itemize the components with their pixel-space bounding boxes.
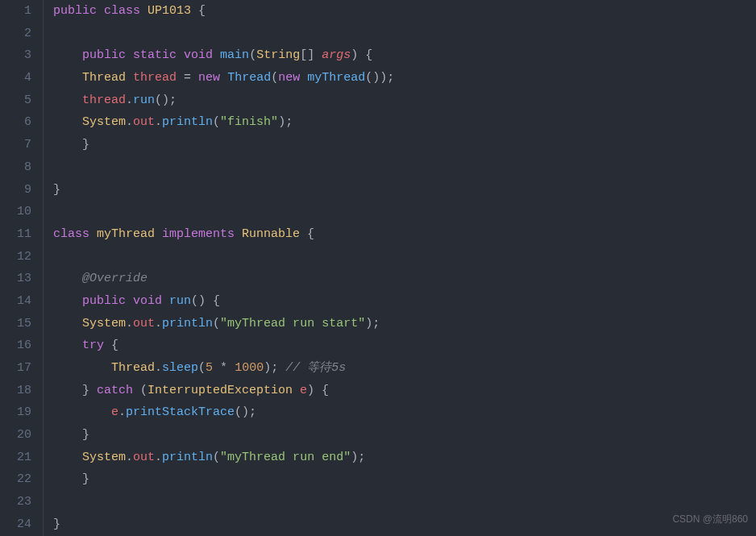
code-token: } <box>53 183 60 197</box>
code-token <box>97 4 104 18</box>
code-token: . <box>155 451 162 464</box>
code-token: println <box>162 317 213 330</box>
code-line[interactable] <box>53 23 394 45</box>
code-line[interactable]: try { <box>53 334 394 357</box>
code-token: ); <box>365 317 380 330</box>
code-token <box>53 71 82 85</box>
code-token <box>227 361 235 375</box>
code-line[interactable]: } <box>53 134 394 156</box>
line-number: 13 <box>6 268 31 290</box>
code-token: } <box>53 138 89 152</box>
line-number: 7 <box>6 134 31 156</box>
code-token: "myThread run end" <box>220 451 351 464</box>
code-line[interactable]: class myThread implements Runnable { <box>53 223 394 246</box>
code-token: . <box>126 317 133 330</box>
code-token: public <box>82 294 126 308</box>
code-token: sleep <box>162 361 198 375</box>
code-token <box>177 71 184 85</box>
code-token: . <box>126 451 133 464</box>
code-token: UP1013 <box>147 4 191 18</box>
code-token <box>140 4 147 18</box>
code-token: . <box>118 405 126 419</box>
line-number: 4 <box>6 67 31 89</box>
code-token: (); <box>155 93 177 107</box>
code-token: System <box>82 451 126 464</box>
code-token: thread <box>82 93 126 107</box>
line-number: 23 <box>6 491 31 513</box>
code-line[interactable]: } <box>53 513 394 536</box>
code-token: Runnable <box>242 227 300 241</box>
code-line[interactable]: } <box>53 179 394 202</box>
code-token: ( <box>249 48 256 62</box>
code-line[interactable]: @Override <box>53 268 394 290</box>
code-token <box>177 48 184 62</box>
code-line[interactable]: } <box>53 424 394 447</box>
line-number: 12 <box>6 246 31 268</box>
code-token <box>126 294 133 308</box>
code-token: (); <box>235 405 256 419</box>
code-token: } <box>53 472 89 486</box>
code-token: ( <box>198 361 206 375</box>
line-number: 6 <box>6 111 31 134</box>
code-line[interactable]: public static void main(String[] args) { <box>53 44 394 67</box>
code-token: // 等待5s <box>285 361 346 375</box>
line-number: 3 <box>6 44 31 67</box>
code-token <box>53 272 82 285</box>
code-token: new <box>278 71 300 85</box>
watermark-text: CSDN @流明860 <box>672 509 748 531</box>
code-token: e <box>300 384 307 397</box>
code-token <box>213 48 220 62</box>
code-line[interactable] <box>53 491 394 513</box>
code-token: void <box>133 294 162 308</box>
code-line[interactable]: System.out.println("finish"); <box>53 111 394 134</box>
line-number: 10 <box>6 201 31 223</box>
code-token <box>126 71 133 85</box>
code-token <box>53 294 82 308</box>
line-number: 21 <box>6 447 31 469</box>
code-line[interactable] <box>53 156 394 179</box>
code-token <box>213 361 220 375</box>
code-line[interactable] <box>53 246 394 268</box>
code-token: InterruptedException <box>147 384 293 397</box>
code-token: ) { <box>351 48 372 62</box>
code-area[interactable]: public class UP1013 { public static void… <box>44 0 394 536</box>
code-line[interactable]: } catch (InterruptedException e) { <box>53 380 394 402</box>
code-line[interactable]: Thread thread = new Thread(new myThread(… <box>53 67 394 89</box>
code-line[interactable] <box>53 201 394 223</box>
code-line[interactable]: System.out.println("myThread run end"); <box>53 447 394 469</box>
line-number: 14 <box>6 290 31 313</box>
code-token: class <box>104 4 140 18</box>
code-token: "finish" <box>220 115 278 129</box>
code-token: 5 <box>206 361 213 375</box>
code-token <box>53 115 82 129</box>
code-token: out <box>133 451 155 464</box>
code-line[interactable]: e.printStackTrace(); <box>53 401 394 424</box>
code-token: ( <box>213 451 220 464</box>
code-token: thread <box>133 71 177 85</box>
line-number: 2 <box>6 23 31 45</box>
code-token: } <box>53 517 60 531</box>
code-token: Thread <box>82 71 126 85</box>
code-line[interactable]: } <box>53 468 394 491</box>
line-number-gutter: 123456789101112131415161718192021222324 <box>0 0 44 536</box>
code-line[interactable]: public class UP1013 { <box>53 0 394 23</box>
code-token <box>53 361 111 375</box>
code-token: ); <box>351 451 365 464</box>
code-token: myThread <box>307 71 365 85</box>
code-line[interactable]: public void run() { <box>53 290 394 313</box>
code-token <box>191 71 198 85</box>
code-token: ( <box>133 384 147 397</box>
code-token: new <box>198 71 220 85</box>
code-token <box>53 317 82 330</box>
code-token: implements <box>162 227 235 241</box>
code-token: out <box>133 115 155 129</box>
code-line[interactable]: thread.run(); <box>53 89 394 112</box>
code-token: . <box>155 317 162 330</box>
code-token <box>53 339 82 352</box>
code-token: String <box>256 48 300 62</box>
code-token: [] <box>300 48 322 62</box>
code-line[interactable]: Thread.sleep(5 * 1000); // 等待5s <box>53 357 394 380</box>
line-number: 18 <box>6 380 31 402</box>
code-line[interactable]: System.out.println("myThread run start")… <box>53 313 394 335</box>
code-token: . <box>126 93 133 107</box>
